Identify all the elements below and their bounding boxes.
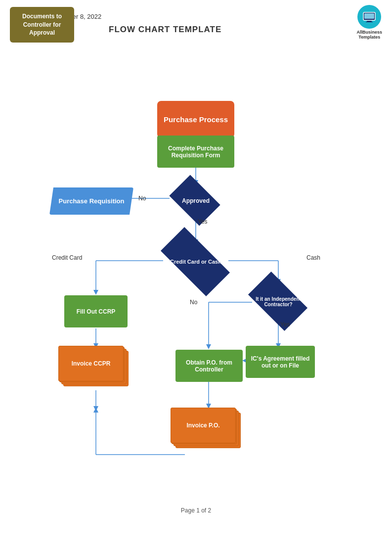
- fill-out-ccrp-node: Fill Out CCRP: [64, 295, 128, 327]
- svg-marker-33: [93, 408, 98, 413]
- svg-rect-3: [366, 22, 373, 22]
- svg-marker-24: [206, 344, 211, 349]
- svg-rect-1: [364, 13, 374, 19]
- invoice-ccpr-node: Invoice CCPR: [58, 346, 133, 390]
- approved-diamond: Approved: [170, 184, 222, 218]
- svg-marker-21: [93, 406, 98, 411]
- yes-label-contractor: Yes: [280, 321, 290, 328]
- no-label-approved: No: [138, 195, 146, 202]
- credit-card-label: Credit Card: [52, 254, 82, 261]
- flowchart: Purchase Process Complete Purchase Requi…: [0, 24, 392, 519]
- svg-rect-2: [367, 21, 372, 22]
- no-label-contractor: No: [190, 299, 197, 306]
- purchase-requisition-node: Purchase Requisition: [49, 187, 133, 215]
- independent-contractor-diamond: It it an Independent Contractor?: [248, 282, 308, 321]
- complete-form-node: Complete Purchase Requisition Form: [157, 136, 234, 168]
- header: Documents to Controller for Approval FLO…: [0, 0, 392, 7]
- credit-card-cash-diamond: Credit Card or Cash: [158, 242, 233, 281]
- yes-label-approved: Yes: [198, 218, 208, 225]
- ics-agreement-node: IC's Agreement filled out or on File: [246, 346, 315, 378]
- cash-label: Cash: [306, 254, 320, 261]
- page-footer: Page 1 of 2: [0, 507, 392, 514]
- svg-marker-14: [93, 290, 98, 295]
- invoice-po-node: Invoice P.O.: [171, 408, 246, 452]
- obtain-po-node: Obtain P.O. from Controller: [175, 350, 243, 382]
- purchase-process-node: Purchase Process: [157, 101, 234, 138]
